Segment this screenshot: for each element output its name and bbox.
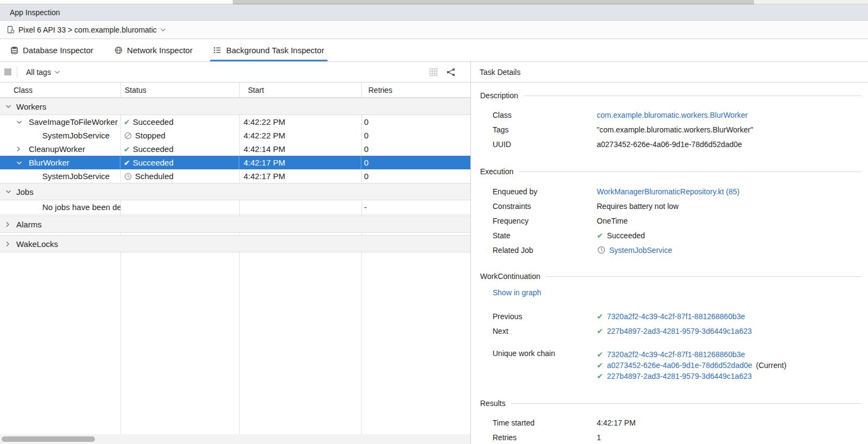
chain-item: ✔ 227b4897-2ad3-4281-9579-3d6449c1a623 xyxy=(597,371,787,382)
all-tags-dropdown[interactable]: All tags xyxy=(23,68,60,77)
top-strip-left xyxy=(0,0,233,4)
section-title-results: Results xyxy=(471,398,868,409)
chevron-down-icon xyxy=(5,104,12,109)
worker-status: Scheduled xyxy=(135,172,174,181)
column-header-start[interactable]: Start xyxy=(239,86,361,94)
column-header-status[interactable]: Status xyxy=(120,86,239,94)
table-view-icon[interactable] xyxy=(429,68,438,77)
scheduled-clock-icon xyxy=(124,172,132,181)
detail-label: UUID xyxy=(493,140,597,149)
chain-work-link[interactable]: 227b4897-2ad3-4281-9579-3d6449c1a623 xyxy=(607,372,752,380)
worker-retries: 0 xyxy=(361,142,470,156)
enqueued-by-link[interactable]: WorkManagerBluromaticRepository.kt (85) xyxy=(597,187,739,196)
worker-start-time: 4:42:22 PM xyxy=(239,115,361,129)
table-row[interactable]: SaveImageToFileWorker ✔ Succeeded 4:42:2… xyxy=(0,115,470,129)
table-row[interactable]: SystemJobService Scheduled 4:42:17 PM 0 xyxy=(0,169,470,183)
chevron-right-icon xyxy=(5,241,12,247)
task-list-icon xyxy=(213,46,222,55)
top-window-strip xyxy=(0,0,868,4)
table-header-row: Class Status Start Retries xyxy=(0,83,470,98)
section-title-execution: Execution xyxy=(471,166,868,177)
detail-label: Enqueued by xyxy=(493,187,597,196)
succeeded-check-icon: ✔ xyxy=(124,145,130,153)
detail-label: Time started xyxy=(493,418,597,427)
table-row[interactable]: SystemJobService Stopped 4:42:22 PM 0 xyxy=(0,129,470,142)
group-row-wakelocks[interactable]: WakeLocks xyxy=(0,235,470,252)
group-row-jobs[interactable]: Jobs xyxy=(0,183,470,200)
worker-class: SystemJobService xyxy=(42,131,110,140)
app-inspection-title: App Inspection xyxy=(10,8,60,17)
tab-database-inspector[interactable]: Database Inspector xyxy=(8,39,95,61)
worker-status: Stopped xyxy=(135,131,165,140)
succeeded-check-icon: ✔ xyxy=(124,118,130,126)
chain-work-link[interactable]: a0273452-626e-4a06-9d1e-78d6d52dad0e xyxy=(607,361,752,370)
tab-label: Database Inspector xyxy=(23,46,93,55)
retries-value: 1 xyxy=(597,433,601,442)
tab-background-task-inspector[interactable]: Background Task Inspector xyxy=(211,39,327,61)
globe-icon xyxy=(114,46,123,55)
previous-work-link[interactable]: 7320a2f2-4c39-4c2f-87f1-881268860b3e xyxy=(607,312,745,321)
detail-label: Retries xyxy=(493,433,597,442)
empty-jobs-retries: - xyxy=(361,200,470,214)
table-row-selected[interactable]: BlurWorker ✔ Succeeded 4:42:17 PM 0 xyxy=(0,156,470,169)
succeeded-check-icon: ✔ xyxy=(597,313,603,320)
horizontal-scrollbar[interactable] xyxy=(0,434,470,444)
process-selector-bar[interactable]: Pixel 6 API 33 > com.example.bluromatic xyxy=(0,21,868,39)
section-title-description: Description xyxy=(471,90,868,101)
class-link[interactable]: com.example.bluromatic.workers.BlurWorke… xyxy=(597,111,748,119)
device-icon xyxy=(7,26,15,34)
detail-row-unique-work-chain: Unique work chain ✔ 7320a2f2-4c39-4c2f-8… xyxy=(471,349,868,382)
frequency-value: OneTime xyxy=(597,217,628,225)
related-job-link[interactable]: SystemJobService xyxy=(609,246,672,255)
task-details-header: Task Details xyxy=(471,62,868,83)
worker-start-time: 4:42:17 PM xyxy=(239,169,361,183)
succeeded-check-icon: ✔ xyxy=(597,351,603,358)
table-row[interactable]: CleanupWorker ✔ Succeeded 4:42:14 PM 0 xyxy=(0,142,470,156)
detail-row-tags: Tags "com.example.bluromatic.workers.Blu… xyxy=(471,122,868,137)
column-header-retries[interactable]: Retries xyxy=(361,86,470,94)
task-details-body: Description Class com.example.bluromatic… xyxy=(471,83,868,444)
graph-view-icon[interactable] xyxy=(446,68,455,77)
chevron-down-icon xyxy=(16,120,23,124)
active-tab-underline xyxy=(210,60,328,61)
chevron-down-icon xyxy=(16,161,23,165)
detail-label: Tags xyxy=(493,125,597,134)
group-row-workers[interactable]: Workers xyxy=(0,98,470,115)
next-work-link[interactable]: 227b4897-2ad3-4281-9579-3d6449c1a623 xyxy=(607,327,752,335)
scrollbar-thumb[interactable] xyxy=(2,436,95,442)
chevron-down-icon xyxy=(5,189,12,194)
state-value: Succeeded xyxy=(607,231,645,240)
detail-row-retries: Retries 1 xyxy=(471,430,868,444)
detail-row-previous: Previous ✔ 7320a2f2-4c39-4c2f-87f1-88126… xyxy=(471,309,868,324)
column-header-class[interactable]: Class xyxy=(0,86,120,94)
chain-work-link[interactable]: 7320a2f2-4c39-4c2f-87f1-881268860b3e xyxy=(607,350,745,359)
app-inspection-header: App Inspection xyxy=(0,4,868,21)
tab-network-inspector[interactable]: Network Inspector xyxy=(112,39,195,61)
worker-retries: 0 xyxy=(361,115,470,129)
database-icon xyxy=(10,46,18,55)
process-selector-label: Pixel 6 API 33 > com.example.bluromatic xyxy=(18,26,157,34)
tags-value: "com.example.bluromatic.workers.BlurWork… xyxy=(597,125,753,134)
worker-start-time: 4:42:17 PM xyxy=(239,156,361,169)
task-table-toolbar: All tags xyxy=(0,62,470,83)
task-details-panel: Task Details Description Class com.examp… xyxy=(471,62,868,444)
group-label: Alarms xyxy=(16,220,42,229)
show-in-graph-link[interactable]: Show in graph xyxy=(493,288,541,299)
toolbar-divider xyxy=(17,66,17,78)
succeeded-check-icon: ✔ xyxy=(597,361,603,369)
detail-label: State xyxy=(493,231,597,240)
group-row-alarms[interactable]: Alarms xyxy=(0,215,470,233)
worker-retries: 0 xyxy=(361,129,470,142)
stop-inspector-icon[interactable] xyxy=(4,68,11,75)
detail-row-state: State ✔ Succeeded xyxy=(471,228,868,243)
succeeded-check-icon: ✔ xyxy=(597,372,603,380)
chain-suffix: (Current) xyxy=(756,361,787,370)
worker-class: SystemJobService xyxy=(42,172,110,181)
chain-item: ✔ 7320a2f2-4c39-4c2f-87f1-881268860b3e xyxy=(597,349,787,360)
time-started-value: 4:42:17 PM xyxy=(597,418,636,427)
empty-jobs-message: No jobs have been detected. xyxy=(42,202,120,212)
worker-status: Succeeded xyxy=(133,158,174,167)
detail-label: Related Job xyxy=(493,246,597,255)
chevron-right-icon xyxy=(16,146,23,152)
succeeded-check-icon: ✔ xyxy=(597,327,603,335)
